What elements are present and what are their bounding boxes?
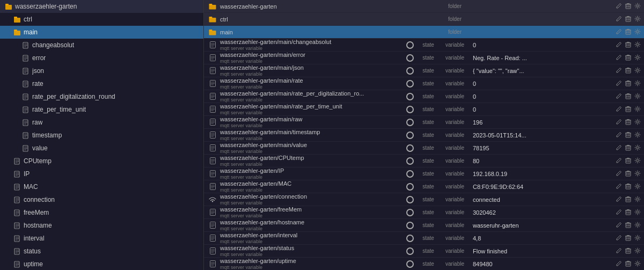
settings-button[interactable]: [633, 208, 642, 217]
left-item-raw[interactable]: raw: [0, 116, 203, 129]
delete-button[interactable]: [624, 195, 632, 204]
settings-button[interactable]: [633, 144, 642, 152]
left-item-error[interactable]: error: [0, 52, 203, 64]
edit-button[interactable]: [614, 234, 623, 243]
edit-button[interactable]: [614, 105, 623, 114]
left-item-ctrl[interactable]: ctrl: [0, 13, 203, 26]
delete-button[interactable]: [624, 92, 632, 101]
right-row-r-freeMem[interactable]: wasserzaehler-garten/freeMemmqtt server …: [204, 206, 644, 219]
delete-button[interactable]: [624, 67, 632, 75]
right-row-r-wasserzaehler[interactable]: wasserzaehler-gartenfolder: [204, 0, 644, 13]
settings-button[interactable]: [633, 67, 642, 75]
delete-button[interactable]: [624, 79, 632, 88]
right-row-r-rate_per_digitalization_round[interactable]: wasserzaehler-garten/main/rate_per_digit…: [204, 90, 644, 103]
left-item-rate_per_digitalization_round[interactable]: rate_per_digitalization_round: [0, 90, 203, 103]
left-item-interval[interactable]: interval: [0, 232, 203, 245]
left-item-json[interactable]: json: [0, 64, 203, 77]
settings-button[interactable]: [633, 118, 642, 127]
right-row-r-MAC[interactable]: wasserzaehler-garten/MACmqtt server vari…: [204, 180, 644, 193]
right-row-r-CPUtemp[interactable]: wasserzaehler-garten/CPUtempmqtt server …: [204, 155, 644, 167]
delete-button[interactable]: [624, 15, 632, 24]
edit-button[interactable]: [614, 15, 623, 24]
left-item-changeabsolut[interactable]: changeabsolut: [0, 39, 203, 52]
delete-button[interactable]: [624, 54, 632, 62]
right-row-r-value[interactable]: wasserzaehler-garten/main/valuemqtt serv…: [204, 142, 644, 155]
delete-button[interactable]: [624, 221, 632, 230]
left-item-connection[interactable]: connection: [0, 193, 203, 206]
settings-button[interactable]: [633, 105, 642, 114]
left-item-main[interactable]: main: [0, 26, 203, 39]
edit-button[interactable]: [614, 54, 623, 62]
edit-button[interactable]: [614, 157, 623, 165]
right-row-r-error[interactable]: wasserzaehler-garten/main/errormqtt serv…: [204, 52, 644, 64]
edit-button[interactable]: [614, 221, 623, 230]
settings-button[interactable]: [633, 170, 642, 178]
right-row-r-connection[interactable]: wasserzaehler-garten/connectionmqtt serv…: [204, 193, 644, 206]
delete-button[interactable]: [624, 105, 632, 114]
left-item-uptime[interactable]: uptime: [0, 258, 203, 270]
left-item-IP[interactable]: IP: [0, 167, 203, 180]
settings-button[interactable]: [633, 195, 642, 204]
edit-button[interactable]: [614, 260, 623, 268]
settings-button[interactable]: [633, 54, 642, 62]
right-row-r-status[interactable]: wasserzaehler-garten/statusmqtt server v…: [204, 245, 644, 258]
edit-button[interactable]: [614, 195, 623, 204]
right-row-r-ctrl[interactable]: ctrlfolder: [204, 13, 644, 26]
left-item-CPUtemp[interactable]: CPUtemp: [0, 155, 203, 167]
edit-button[interactable]: [614, 67, 623, 75]
delete-button[interactable]: [624, 118, 632, 127]
left-item-hostname[interactable]: hostname: [0, 219, 203, 232]
settings-button[interactable]: [633, 28, 642, 37]
left-item-root-wasserzaehler[interactable]: wasserzaehler-garten: [0, 0, 203, 13]
settings-button[interactable]: [633, 157, 642, 165]
settings-button[interactable]: [633, 79, 642, 88]
delete-button[interactable]: [624, 41, 632, 49]
delete-button[interactable]: [624, 208, 632, 217]
settings-button[interactable]: [633, 247, 642, 256]
settings-button[interactable]: [633, 221, 642, 230]
left-item-rate_per_time_unit[interactable]: rate_per_time_unit: [0, 103, 203, 116]
edit-button[interactable]: [614, 170, 623, 178]
right-row-r-IP[interactable]: wasserzaehler-garten/IPmqtt server varia…: [204, 167, 644, 180]
right-row-r-rate_per_time_unit[interactable]: wasserzaehler-garten/main/rate_per_time_…: [204, 103, 644, 116]
settings-button[interactable]: [633, 2, 642, 11]
right-row-r-hostname[interactable]: wasserzaehler-garten/hostnamemqtt server…: [204, 219, 644, 232]
delete-button[interactable]: [624, 157, 632, 165]
settings-button[interactable]: [633, 41, 642, 49]
edit-button[interactable]: [614, 41, 623, 49]
right-row-r-changeabsolut[interactable]: wasserzaehler-garten/main/changeabsolutm…: [204, 39, 644, 52]
settings-button[interactable]: [633, 234, 642, 243]
delete-button[interactable]: [624, 183, 632, 191]
right-row-r-interval[interactable]: wasserzaehler-garten/intervalmqtt server…: [204, 232, 644, 245]
left-item-timestamp[interactable]: timestamp: [0, 129, 203, 142]
delete-button[interactable]: [624, 28, 632, 37]
left-item-MAC[interactable]: MAC: [0, 180, 203, 193]
delete-button[interactable]: [624, 170, 632, 178]
left-item-status[interactable]: status: [0, 245, 203, 258]
delete-button[interactable]: [624, 2, 632, 11]
settings-button[interactable]: [633, 15, 642, 24]
right-row-r-timestamp[interactable]: wasserzaehler-garten/main/timestampmqtt …: [204, 129, 644, 142]
delete-button[interactable]: [624, 260, 632, 268]
right-row-r-json[interactable]: wasserzaehler-garten/main/jsonmqtt serve…: [204, 64, 644, 77]
left-item-value[interactable]: value: [0, 142, 203, 155]
left-item-freeMem[interactable]: freeMem: [0, 206, 203, 219]
edit-button[interactable]: [614, 144, 623, 152]
settings-button[interactable]: [633, 260, 642, 268]
delete-button[interactable]: [624, 131, 632, 140]
delete-button[interactable]: [624, 234, 632, 243]
right-row-r-raw[interactable]: wasserzaehler-garten/main/rawmqtt server…: [204, 116, 644, 129]
settings-button[interactable]: [633, 92, 642, 101]
edit-button[interactable]: [614, 247, 623, 256]
edit-button[interactable]: [614, 131, 623, 140]
delete-button[interactable]: [624, 247, 632, 256]
left-item-rate[interactable]: rate: [0, 77, 203, 90]
right-row-r-uptime[interactable]: wasserzaehler-garten/uptimemqtt server v…: [204, 258, 644, 270]
edit-button[interactable]: [614, 92, 623, 101]
right-row-r-rate[interactable]: wasserzaehler-garten/main/ratemqtt serve…: [204, 77, 644, 90]
edit-button[interactable]: [614, 79, 623, 88]
right-row-r-main[interactable]: mainfolder: [204, 26, 644, 39]
edit-button[interactable]: [614, 28, 623, 37]
edit-button[interactable]: [614, 118, 623, 127]
edit-button[interactable]: [614, 183, 623, 191]
